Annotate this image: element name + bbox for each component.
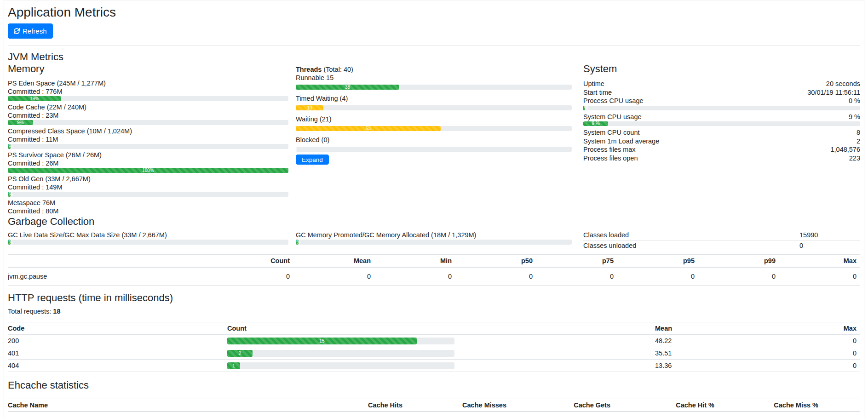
- system-row-label: Process CPU usage: [583, 97, 644, 105]
- system-cpu-progress-bar: 9 %: [583, 121, 608, 126]
- expand-threads-button[interactable]: Expand: [296, 155, 329, 165]
- gc-pause-header-mean: Mean: [293, 255, 374, 268]
- gc-promoted-progress-label: 1%: [294, 240, 300, 245]
- thread-progress-label: 10: [307, 106, 312, 110]
- http-header-count: Count: [227, 322, 655, 335]
- ehcache-header-gets: Cache Gets: [510, 399, 614, 412]
- http-max: 0: [819, 335, 860, 347]
- memory-progress-bar: 9%: [8, 120, 33, 125]
- gc-promoted-column: GC Memory Promoted/GC Memory Allocated (…: [296, 228, 572, 245]
- classes-unloaded-row: Classes unloaded 0: [583, 240, 860, 251]
- system-column: System Uptime 20 seconds Start time 30/0…: [583, 63, 860, 162]
- thread-progress-track: 0: [296, 147, 572, 152]
- memory-metric: PS Survivor Space (26M / 26M) Committed …: [8, 151, 288, 173]
- http-count-cell: 2: [227, 347, 655, 360]
- system-row-label: Uptime: [583, 80, 604, 88]
- http-row-404: 404 1 13.36 0: [8, 360, 860, 372]
- threads-title: Threads (Total: 40): [296, 66, 572, 74]
- http-header-code: Code: [8, 322, 227, 335]
- system-row: Process CPU usage 0 %: [583, 97, 860, 105]
- http-requests-title: HTTP requests (time in milliseconds): [8, 292, 860, 304]
- gc-pause-p75: 0: [536, 267, 617, 286]
- system-row-value: 223: [849, 154, 860, 163]
- gc-pause-header-row: Count Mean Min p50 p75 p95 p99 Max: [8, 255, 860, 268]
- http-max: 0: [819, 347, 860, 360]
- thread-progress-track: 38: [296, 85, 572, 90]
- gc-pause-count: 0: [213, 267, 293, 286]
- memory-metric-label: PS Old Gen (33M / 2,667M): [8, 175, 288, 183]
- refresh-button[interactable]: Refresh: [8, 23, 53, 39]
- memory-metric-label: PS Eden Space (245M / 1,277M): [8, 80, 288, 87]
- process-cpu-progress-track: 0 %: [583, 106, 860, 110]
- jvm-metrics-title: JVM Metrics: [8, 51, 860, 63]
- memory-progress-track: 9%: [8, 120, 288, 125]
- system-row-label: System CPU usage: [583, 113, 642, 121]
- thread-progress-bar: 10: [296, 105, 323, 110]
- ehcache-header-misses: Cache Misses: [406, 399, 510, 412]
- memory-metric-committed: Committed : 776M: [8, 88, 288, 95]
- gc-promoted-progress-bar: 1%: [296, 240, 299, 245]
- classes-loaded-value: 15990: [799, 231, 860, 239]
- gc-promoted-progress-track: 1%: [296, 240, 572, 245]
- memory-progress-label: 1%: [6, 192, 12, 197]
- thread-progress-track: 10: [296, 105, 572, 110]
- memory-title: Memory: [8, 63, 288, 75]
- http-row-401: 401 2 35.51 0: [8, 347, 860, 360]
- memory-metric-committed: Committed : 11M: [8, 136, 288, 143]
- memory-progress-track: 1%: [8, 144, 288, 149]
- memory-metric-label: Metaspace 76M: [8, 199, 288, 206]
- http-count-label: 15: [319, 338, 325, 344]
- memory-metric: Metaspace 76M Committed : 80M: [8, 199, 288, 215]
- refresh-icon: [14, 28, 20, 34]
- gc-classes-column: Classes loaded 15990 Classes unloaded 0: [583, 230, 860, 251]
- gc-pause-min: 0: [374, 267, 455, 286]
- system-row-label: Process files max: [583, 145, 636, 154]
- http-row-200: 200 15 48.22 0: [8, 335, 860, 347]
- http-count-track: 15: [227, 338, 454, 344]
- http-mean: 48.22: [655, 335, 819, 347]
- thread-state-label: Runnable 15: [296, 74, 572, 81]
- memory-progress-track: 1%: [8, 192, 288, 197]
- system-cpu-progress-label: 9 %: [592, 121, 599, 126]
- system-row-label: System CPU count: [583, 128, 640, 137]
- total-requests: Total requests: 18: [8, 308, 860, 315]
- thread-progress-track: 53: [296, 126, 572, 131]
- http-header-mean: Mean: [655, 322, 819, 335]
- divider: [8, 45, 860, 46]
- memory-progress-track: 100%: [8, 168, 288, 173]
- gc-pause-table: Count Mean Min p50 p75 p95 p99 Max jvm.g…: [8, 254, 860, 286]
- http-count-cell: 1: [227, 360, 655, 372]
- http-count-bar: 15: [227, 338, 417, 344]
- gc-pause-max: 0: [779, 267, 860, 286]
- gc-live-progress-label: 1%: [6, 240, 12, 245]
- thread-state-label: Blocked (0): [296, 136, 572, 143]
- system-row: Process files max 1,048,576: [583, 145, 860, 154]
- classes-loaded-label: Classes loaded: [583, 231, 799, 239]
- process-cpu-progress-label: 0 %: [580, 106, 588, 110]
- memory-metric: PS Eden Space (245M / 1,277M) Committed …: [8, 80, 288, 101]
- system-title: System: [583, 63, 860, 75]
- memory-metric: PS Old Gen (33M / 2,667M) Committed : 14…: [8, 175, 288, 197]
- memory-metric: Compressed Class Space (10M / 1,024M) Co…: [8, 127, 288, 149]
- gc-pause-mean: 0: [293, 267, 374, 286]
- http-header-max: Max: [819, 322, 860, 335]
- memory-metric-committed: Committed : 23M: [8, 112, 288, 119]
- http-mean: 13.36: [655, 360, 819, 372]
- gc-pause-header-min: Min: [374, 255, 455, 268]
- process-cpu-progress-bar: 0 %: [583, 106, 585, 110]
- system-row-value: 2: [857, 137, 860, 146]
- gc-pause-p95: 0: [617, 267, 698, 286]
- http-count-label: 2: [238, 351, 241, 356]
- http-requests-table: Code Count Mean Max 200 15 48.22 0 401: [8, 322, 860, 372]
- gc-pause-header-p95: p95: [617, 255, 698, 268]
- threads-title-bold: Threads: [296, 66, 322, 73]
- ehcache-header-row: Cache Name Cache Hits Cache Misses Cache…: [8, 399, 860, 412]
- ehcache-header-spacer: [822, 399, 860, 412]
- memory-progress-track: 19%: [8, 96, 288, 101]
- gc-pause-header-count: Count: [213, 255, 293, 268]
- gc-live-label: GC Live Data Size/GC Max Data Size (33M …: [8, 231, 288, 239]
- metrics-page: Application Metrics Refresh JVM Metrics …: [4, 0, 864, 418]
- ehcache-table: Cache Name Cache Hits Cache Misses Cache…: [8, 399, 860, 412]
- gc-live-progress-bar: 1%: [8, 240, 11, 245]
- memory-progress-label: 1%: [6, 144, 12, 149]
